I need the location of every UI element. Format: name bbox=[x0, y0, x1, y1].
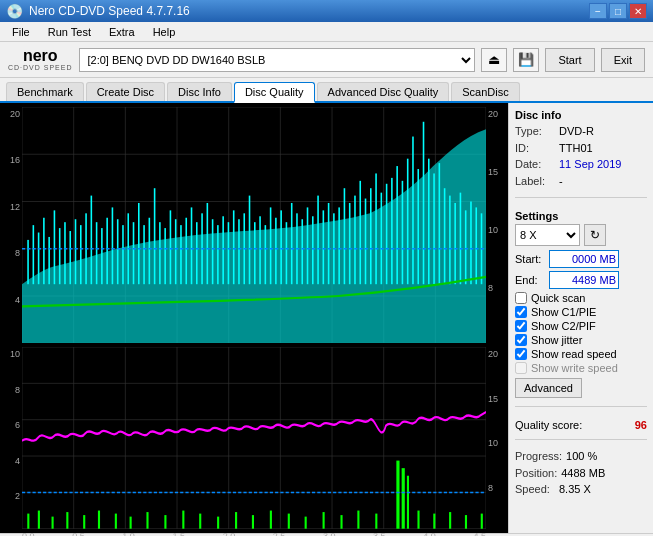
svg-rect-126 bbox=[115, 514, 117, 529]
refresh-button[interactable]: ↻ bbox=[584, 224, 606, 246]
tab-create-disc[interactable]: Create Disc bbox=[86, 82, 165, 101]
svg-rect-16 bbox=[27, 240, 29, 284]
svg-rect-140 bbox=[357, 511, 359, 529]
svg-rect-26 bbox=[80, 225, 82, 284]
svg-rect-135 bbox=[270, 511, 272, 529]
svg-rect-17 bbox=[33, 225, 35, 284]
progress-section: Progress: 100 % Position: 4488 MB Speed:… bbox=[515, 448, 647, 498]
bottom-chart-canvas: 0.0 0.5 1.0 1.5 2.0 2.5 3.0 3.5 4.0 4.5 bbox=[22, 347, 486, 529]
save-button[interactable]: 💾 bbox=[513, 48, 539, 72]
svg-rect-149 bbox=[481, 514, 483, 529]
svg-rect-29 bbox=[96, 222, 98, 284]
svg-rect-40 bbox=[154, 188, 156, 284]
quick-scan-checkbox[interactable] bbox=[515, 292, 527, 304]
title-bar-title: Nero CD-DVD Speed 4.7.7.16 bbox=[29, 4, 190, 18]
speed-value-info: 8.35 X bbox=[559, 481, 591, 498]
settings-section: Settings 8 X ↻ Start: End: Quick scan bbox=[515, 210, 647, 398]
right-panel: Disc info Type: DVD-R ID: TTH01 Date: 11… bbox=[508, 103, 653, 533]
tab-scan-disc[interactable]: ScanDisc bbox=[451, 82, 519, 101]
y-axis-left-bottom: 10 8 6 4 2 bbox=[4, 347, 22, 529]
tab-disc-info[interactable]: Disc Info bbox=[167, 82, 232, 101]
svg-rect-101 bbox=[475, 207, 477, 284]
bottom-chart: 10 8 6 4 2 bbox=[4, 347, 504, 529]
disc-label-row: Label: - bbox=[515, 173, 647, 190]
svg-rect-97 bbox=[454, 203, 456, 284]
svg-rect-73 bbox=[328, 203, 330, 284]
tab-advanced-disc-quality[interactable]: Advanced Disc Quality bbox=[317, 82, 450, 101]
svg-rect-120 bbox=[27, 514, 29, 529]
show-write-speed-row[interactable]: Show write speed bbox=[515, 362, 647, 374]
show-c2pif-checkbox[interactable] bbox=[515, 320, 527, 332]
svg-rect-34 bbox=[122, 225, 124, 284]
maximize-button[interactable]: □ bbox=[609, 3, 627, 19]
position-label: Position: bbox=[515, 465, 557, 482]
svg-rect-69 bbox=[307, 207, 309, 284]
disc-info-title: Disc info bbox=[515, 109, 647, 121]
svg-rect-50 bbox=[207, 203, 209, 284]
divider-3 bbox=[515, 439, 647, 440]
svg-rect-99 bbox=[465, 210, 467, 284]
menu-run-test[interactable]: Run Test bbox=[40, 24, 99, 40]
eject-button[interactable]: ⏏ bbox=[481, 48, 507, 72]
start-mb-row: Start: bbox=[515, 250, 647, 268]
close-button[interactable]: ✕ bbox=[629, 3, 647, 19]
tab-benchmark[interactable]: Benchmark bbox=[6, 82, 84, 101]
title-bar-controls[interactable]: − □ ✕ bbox=[589, 3, 647, 19]
title-bar-left: 💿 Nero CD-DVD Speed 4.7.7.16 bbox=[6, 3, 190, 19]
tab-disc-quality[interactable]: Disc Quality bbox=[234, 82, 315, 103]
end-mb-row: End: bbox=[515, 271, 647, 289]
svg-rect-124 bbox=[83, 515, 85, 529]
drive-select[interactable]: [2:0] BENQ DVD DD DW1640 BSLB bbox=[79, 48, 476, 72]
svg-rect-39 bbox=[149, 218, 151, 284]
menu-file[interactable]: File bbox=[4, 24, 38, 40]
svg-rect-144 bbox=[407, 476, 409, 529]
svg-rect-70 bbox=[312, 216, 314, 284]
show-read-speed-row[interactable]: Show read speed bbox=[515, 348, 647, 360]
progress-value: 100 % bbox=[566, 448, 597, 465]
speed-row-info: Speed: 8.35 X bbox=[515, 481, 647, 498]
svg-rect-47 bbox=[191, 207, 193, 284]
svg-rect-72 bbox=[323, 210, 325, 284]
svg-rect-81 bbox=[370, 188, 372, 284]
show-c1pie-label: Show C1/PIE bbox=[531, 306, 596, 318]
chart-area: 20 16 12 8 4 bbox=[0, 103, 508, 533]
svg-rect-84 bbox=[386, 184, 388, 284]
show-read-speed-label: Show read speed bbox=[531, 348, 617, 360]
svg-rect-25 bbox=[75, 219, 77, 284]
show-read-speed-checkbox[interactable] bbox=[515, 348, 527, 360]
svg-rect-63 bbox=[275, 218, 277, 284]
show-c2pif-label: Show C2/PIF bbox=[531, 320, 596, 332]
start-input[interactable] bbox=[549, 250, 619, 268]
svg-rect-86 bbox=[396, 166, 398, 284]
minimize-button[interactable]: − bbox=[589, 3, 607, 19]
show-c1pie-checkbox[interactable] bbox=[515, 306, 527, 318]
show-c2pif-row[interactable]: Show C2/PIF bbox=[515, 320, 647, 332]
start-button[interactable]: Start bbox=[545, 48, 594, 72]
svg-rect-147 bbox=[449, 512, 451, 529]
y-axis-right-top: 20 15 10 8 bbox=[486, 107, 504, 343]
svg-rect-129 bbox=[164, 515, 166, 529]
svg-rect-79 bbox=[359, 181, 361, 284]
menu-extra[interactable]: Extra bbox=[101, 24, 143, 40]
advanced-button[interactable]: Advanced bbox=[515, 378, 582, 398]
show-c1pie-row[interactable]: Show C1/PIE bbox=[515, 306, 647, 318]
exit-button[interactable]: Exit bbox=[601, 48, 645, 72]
menu-help[interactable]: Help bbox=[145, 24, 184, 40]
svg-rect-32 bbox=[112, 207, 114, 284]
end-input[interactable] bbox=[549, 271, 619, 289]
svg-rect-31 bbox=[106, 218, 108, 284]
quick-scan-row[interactable]: Quick scan bbox=[515, 292, 647, 304]
nero-logo-text: nero bbox=[23, 48, 58, 64]
svg-rect-38 bbox=[143, 225, 145, 284]
show-jitter-row[interactable]: Show jitter bbox=[515, 334, 647, 346]
svg-rect-138 bbox=[323, 512, 325, 529]
svg-rect-48 bbox=[196, 222, 198, 284]
svg-rect-55 bbox=[233, 210, 235, 284]
speed-select[interactable]: 8 X bbox=[515, 224, 580, 246]
show-jitter-checkbox[interactable] bbox=[515, 334, 527, 346]
svg-rect-52 bbox=[217, 225, 219, 284]
disc-date-label: Date: bbox=[515, 156, 555, 173]
x-axis-labels-bottom: 0.0 0.5 1.0 1.5 2.0 2.5 3.0 3.5 4.0 4.5 bbox=[22, 531, 486, 536]
svg-rect-46 bbox=[185, 218, 187, 284]
svg-rect-142 bbox=[396, 461, 399, 529]
